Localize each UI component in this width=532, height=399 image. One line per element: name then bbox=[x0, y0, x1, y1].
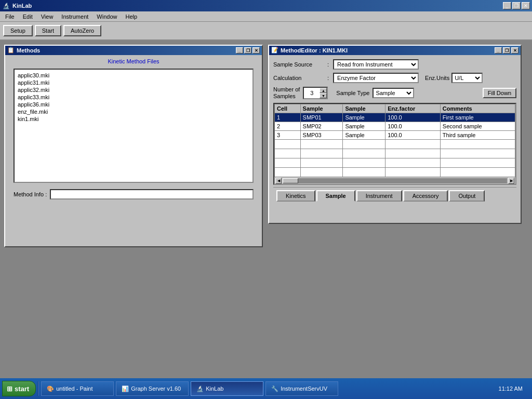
autozero-button[interactable]: AutoZero bbox=[63, 25, 101, 36]
tab-accessory[interactable]: Accessory bbox=[403, 190, 448, 202]
spinner-value: 3 bbox=[304, 88, 320, 98]
table-row bbox=[275, 149, 515, 158]
graph-label: Graph Server v1.60 bbox=[131, 385, 181, 392]
taskbar: ⊞ start 🎨 untitled - Paint 📊 Graph Serve… bbox=[0, 378, 532, 399]
methods-minimize[interactable]: _ bbox=[236, 47, 243, 54]
col-sample-id: Sample bbox=[300, 104, 343, 113]
paint-icon: 🎨 bbox=[47, 385, 54, 392]
toolbar: Setup Start AutoZero bbox=[0, 22, 532, 41]
scroll-left[interactable]: ◀ bbox=[275, 178, 282, 184]
sample-type-select[interactable]: Sample Standard Blank bbox=[373, 88, 414, 98]
app-title: KinLab bbox=[12, 3, 503, 9]
cell-number: 2 bbox=[275, 122, 301, 131]
start-button[interactable]: ⊞ start bbox=[2, 381, 36, 396]
menu-help[interactable]: Help bbox=[121, 12, 141, 21]
spinner-up[interactable]: ▲ bbox=[320, 88, 327, 93]
cell-sample-id: SMP02 bbox=[300, 122, 343, 131]
taskbar-kinlab[interactable]: 🔬 KinLab bbox=[191, 381, 263, 396]
kinlab-icon: 🔬 bbox=[196, 385, 204, 392]
scroll-right[interactable]: ▶ bbox=[508, 178, 514, 184]
horizontal-scrollbar[interactable]: ◀ ▶ bbox=[274, 177, 515, 184]
scroll-thumb[interactable] bbox=[283, 178, 298, 183]
menu-view[interactable]: View bbox=[37, 12, 58, 21]
spinner-down[interactable]: ▼ bbox=[320, 93, 327, 98]
list-item[interactable]: kin1.mki bbox=[17, 115, 250, 123]
editor-close[interactable]: ✕ bbox=[511, 47, 518, 54]
taskbar-tray: 11:12 AM bbox=[491, 385, 530, 392]
tab-kinetics[interactable]: Kinetics bbox=[276, 190, 315, 202]
editor-title-buttons: _ ❐ ✕ bbox=[495, 47, 518, 54]
num-samples-spinner[interactable]: 3 ▲ ▼ bbox=[303, 87, 328, 99]
editor-minimize[interactable]: _ bbox=[495, 47, 502, 54]
scroll-track bbox=[283, 178, 507, 183]
minimize-button[interactable]: _ bbox=[503, 2, 511, 9]
cell-sample-type: Sample bbox=[343, 122, 385, 131]
calculation-row: Calculation : Enzyme Factor Rate Linear … bbox=[273, 73, 516, 83]
methods-list[interactable]: applic30.mki applic31.mki applic32.mki a… bbox=[14, 69, 254, 183]
clock: 11:12 AM bbox=[495, 385, 527, 392]
close-button[interactable]: ✕ bbox=[522, 2, 530, 9]
taskbar-instrument[interactable]: 🔧 InstrumentServUV bbox=[265, 381, 338, 396]
menu-edit[interactable]: Edit bbox=[19, 12, 37, 21]
list-item[interactable]: applic31.mki bbox=[17, 79, 250, 86]
data-grid-scroll[interactable]: Cell Sample Sample Enz.factor Comments 1… bbox=[274, 104, 515, 177]
sample-source-select[interactable]: Read from Instrument Manual Entry bbox=[333, 59, 419, 70]
start-button[interactable]: Start bbox=[35, 25, 61, 36]
paint-label: untitled - Paint bbox=[56, 385, 92, 392]
list-item[interactable]: enz_file.mki bbox=[17, 108, 250, 115]
calculation-label: Calculation bbox=[273, 75, 325, 81]
methods-title: Methods bbox=[17, 47, 236, 54]
method-info-input[interactable] bbox=[50, 189, 254, 200]
start-icon: ⊞ bbox=[7, 385, 12, 393]
calculation-select[interactable]: Enzyme Factor Rate Linear bbox=[333, 73, 419, 83]
taskbar-divider bbox=[38, 381, 39, 396]
methods-restore[interactable]: ❐ bbox=[244, 47, 251, 54]
methods-title-bar: 📋 Methods _ ❐ ✕ bbox=[5, 46, 262, 55]
methods-close[interactable]: ✕ bbox=[252, 47, 260, 54]
graph-icon: 📊 bbox=[122, 385, 129, 392]
col-comments: Comments bbox=[440, 104, 515, 113]
main-title-bar: 🔬 KinLab _ ❐ ✕ bbox=[0, 0, 532, 11]
restore-button[interactable]: ❐ bbox=[512, 2, 521, 9]
fill-down-button[interactable]: Fill Down bbox=[483, 88, 516, 98]
taskbar-graph[interactable]: 📊 Graph Server v1.60 bbox=[116, 381, 189, 396]
col-cell: Cell bbox=[275, 104, 301, 113]
cell-sample-type: Sample bbox=[343, 113, 385, 122]
taskbar-paint[interactable]: 🎨 untitled - Paint bbox=[41, 381, 114, 396]
list-item[interactable]: applic36.mki bbox=[17, 101, 250, 108]
editor-restore[interactable]: ❐ bbox=[503, 47, 510, 54]
cell-number: 3 bbox=[275, 131, 301, 140]
editor-panel: 📝 MethodEditor : KIN1.MKI _ ❐ ✕ Sample S… bbox=[268, 45, 522, 224]
setup-button[interactable]: Setup bbox=[3, 25, 33, 36]
cell-enz-factor: 100.0 bbox=[385, 113, 441, 122]
enz-units-select[interactable]: U/L mU/L µkat/L bbox=[451, 73, 483, 83]
menu-instrument[interactable]: Instrument bbox=[57, 12, 92, 21]
cell-sample-type: Sample bbox=[343, 131, 385, 140]
col-enz-factor: Enz.factor bbox=[385, 104, 441, 113]
spinner-buttons: ▲ ▼ bbox=[320, 88, 327, 98]
list-item[interactable]: applic32.mki bbox=[17, 86, 250, 94]
kinlab-label: KinLab bbox=[206, 385, 223, 392]
sample-source-label: Sample Source bbox=[273, 61, 325, 68]
menu-file[interactable]: File bbox=[1, 12, 19, 21]
table-row[interactable]: 1 SMP01 Sample 100.0 First sample bbox=[275, 113, 515, 122]
tab-output[interactable]: Output bbox=[449, 190, 485, 202]
instrument-icon: 🔧 bbox=[271, 385, 278, 392]
tab-sample[interactable]: Sample bbox=[316, 190, 355, 202]
title-bar-buttons: _ ❐ ✕ bbox=[503, 2, 530, 9]
num-samples-label: Number ofSamples bbox=[273, 86, 300, 100]
sample-type-label: Sample Type bbox=[336, 90, 369, 96]
methods-panel: 📋 Methods _ ❐ ✕ Kinetic Method Files app… bbox=[4, 45, 263, 247]
list-item[interactable]: applic33.mki bbox=[17, 94, 250, 101]
table-row[interactable]: 2 SMP02 Sample 100.0 Second sample bbox=[275, 122, 515, 131]
table-row[interactable]: 3 SMP03 Sample 100.0 Third sample bbox=[275, 131, 515, 140]
cell-comments: Second sample bbox=[440, 122, 515, 131]
tab-instrument[interactable]: Instrument bbox=[356, 190, 402, 202]
app-icon: 🔬 bbox=[2, 2, 10, 10]
editor-icon: 📝 bbox=[271, 47, 278, 54]
cell-enz-factor: 100.0 bbox=[385, 131, 441, 140]
table-row bbox=[275, 140, 515, 149]
table-row bbox=[275, 158, 515, 168]
menu-window[interactable]: Window bbox=[92, 12, 121, 21]
list-item[interactable]: applic30.mki bbox=[17, 72, 250, 79]
